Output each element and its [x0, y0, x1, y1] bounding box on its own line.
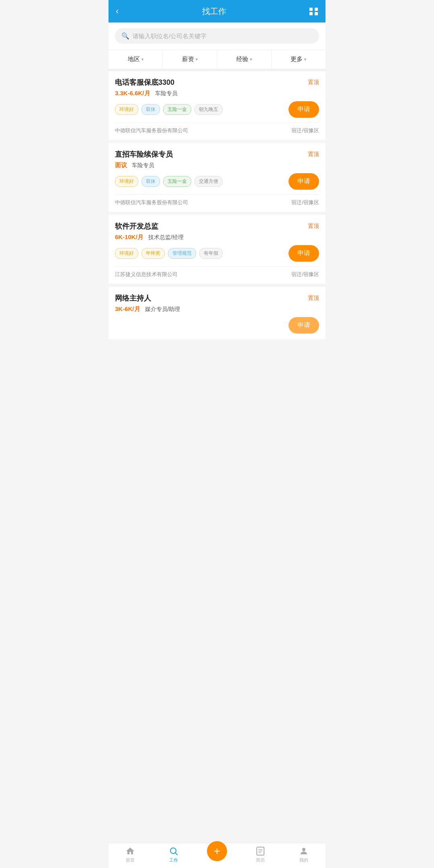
job-tag: 管理规范 — [168, 248, 196, 259]
job-type: 技术总监/经理 — [148, 234, 184, 241]
job-footer: 中德联信汽车服务股份有限公司 宿迁/宿豫区 — [115, 123, 319, 134]
company-name: 江苏捷义信息技术有限公司 — [115, 271, 178, 278]
job-tag: 有年假 — [199, 248, 223, 259]
company-name: 中德联信汽车服务股份有限公司 — [115, 127, 188, 134]
job-tag: 朝九晚五 — [194, 104, 223, 115]
grid-button[interactable] — [309, 8, 318, 15]
job-card: 网络主持人 置顶 3K-6K/月 媒介专员/助理 申请 — [108, 287, 326, 339]
filter-arrow: ▾ — [196, 57, 198, 61]
job-type: 媒介专员/助理 — [145, 306, 180, 313]
job-title: 软件开发总监 — [115, 221, 158, 231]
page-title: 找工作 — [119, 6, 309, 17]
job-apply-row: 环境好年终奖管理规范有年假 申请 — [115, 245, 319, 262]
nav-item-简历[interactable]: 简历 — [248, 846, 272, 863]
job-location: 宿迁/宿豫区 — [291, 199, 319, 206]
job-card-header: 直招车险续保专员 置顶 — [115, 149, 319, 159]
header: ‹ 找工作 — [108, 0, 326, 23]
job-card-header: 软件开发总监 置顶 — [115, 221, 319, 231]
nav-label: 首页 — [126, 857, 135, 863]
nav-label: 简历 — [256, 857, 265, 863]
apply-button[interactable]: 申请 — [289, 101, 319, 118]
job-tag: 双休 — [141, 176, 160, 187]
job-salary: 3.3K-6.6K/月 — [115, 90, 150, 97]
nav-label: 工作 — [169, 857, 178, 863]
filter-label: 薪资 — [182, 55, 194, 63]
nav-item-我的[interactable]: 我的 — [292, 846, 316, 863]
job-apply-row: 环境好双休五险一金交通方便 申请 — [115, 173, 319, 190]
apply-button[interactable]: 申请 — [289, 317, 319, 334]
job-tag: 交通方便 — [194, 176, 223, 187]
job-tag: 环境好 — [115, 176, 138, 187]
pin-label: 置顶 — [308, 223, 319, 230]
job-tag: 五险一金 — [163, 104, 191, 115]
pin-label: 置顶 — [308, 151, 319, 158]
nav-add-button[interactable]: + — [205, 848, 229, 861]
back-button[interactable]: ‹ — [116, 6, 119, 16]
nav-item-工作[interactable]: 工作 — [162, 846, 186, 863]
job-title: 网络主持人 — [115, 293, 151, 303]
apply-button[interactable]: 申请 — [289, 173, 319, 190]
job-card: 电话客服保底3300 置顶 3.3K-6.6K/月 车险专员 环境好双休五险一金… — [108, 71, 326, 140]
job-type: 车险专员 — [132, 162, 154, 169]
job-list: 电话客服保底3300 置顶 3.3K-6.6K/月 车险专员 环境好双休五险一金… — [108, 71, 326, 371]
filter-arrow: ▾ — [141, 57, 143, 61]
search-nav-icon — [169, 846, 178, 856]
job-card: 软件开发总监 置顶 6K-10K/月 技术总监/经理 环境好年终奖管理规范有年假… — [108, 215, 326, 284]
job-salary: 3K-6K/月 — [115, 305, 140, 313]
filter-地区[interactable]: 地区▾ — [108, 50, 163, 69]
job-apply-row: 环境好双休五险一金朝九晚五 申请 — [115, 101, 319, 118]
filter-arrow: ▾ — [250, 57, 252, 61]
filter-薪资[interactable]: 薪资▾ — [163, 50, 217, 69]
svg-point-6 — [302, 848, 305, 851]
job-meta: 面议 车险专员 — [115, 162, 319, 169]
job-card: 直招车险续保专员 置顶 面议 车险专员 环境好双休五险一金交通方便 申请 中德联… — [108, 143, 326, 212]
svg-point-0 — [170, 848, 176, 854]
nav-label: 我的 — [299, 857, 308, 863]
job-tags: 环境好年终奖管理规范有年假 — [115, 248, 223, 259]
filter-label: 更多 — [291, 55, 303, 63]
job-meta: 6K-10K/月 技术总监/经理 — [115, 233, 319, 241]
filter-更多[interactable]: 更多▾ — [272, 50, 326, 69]
job-meta: 3.3K-6.6K/月 车险专员 — [115, 90, 319, 97]
svg-line-1 — [176, 853, 178, 856]
job-title: 直招车险续保专员 — [115, 149, 173, 159]
job-footer: 江苏捷义信息技术有限公司 宿迁/宿豫区 — [115, 266, 319, 278]
search-icon: 🔍 — [121, 32, 129, 40]
resume-icon — [256, 846, 265, 856]
nav-item-首页[interactable]: 首页 — [118, 846, 142, 863]
job-card-header: 网络主持人 置顶 — [115, 293, 319, 303]
search-bar: 🔍 — [115, 28, 319, 44]
search-input[interactable] — [133, 33, 313, 39]
job-card-header: 电话客服保底3300 置顶 — [115, 78, 319, 87]
job-location: 宿迁/宿豫区 — [291, 127, 319, 134]
filter-row: 地区▾薪资▾经验▾更多▾ — [108, 49, 326, 71]
job-location: 宿迁/宿豫区 — [291, 271, 319, 278]
job-tag: 环境好 — [115, 104, 138, 115]
add-icon[interactable]: + — [207, 841, 227, 861]
home-icon — [125, 846, 135, 856]
filter-经验[interactable]: 经验▾ — [217, 50, 272, 69]
filter-arrow: ▾ — [304, 57, 306, 61]
job-salary: 6K-10K/月 — [115, 233, 143, 241]
job-tags: 环境好双休五险一金交通方便 — [115, 176, 223, 187]
job-title: 电话客服保底3300 — [115, 78, 174, 87]
job-meta: 3K-6K/月 媒介专员/助理 — [115, 305, 319, 313]
job-salary: 面议 — [115, 162, 127, 169]
filter-label: 地区 — [128, 55, 140, 63]
job-tag: 年终奖 — [141, 248, 165, 259]
job-tag: 五险一金 — [163, 176, 191, 187]
filter-label: 经验 — [236, 55, 248, 63]
apply-button[interactable]: 申请 — [289, 245, 319, 262]
company-name: 中德联信汽车服务股份有限公司 — [115, 199, 188, 206]
job-type: 车险专员 — [155, 90, 178, 97]
job-tags: 环境好双休五险一金朝九晚五 — [115, 104, 223, 115]
pin-label: 置顶 — [308, 79, 319, 86]
search-bar-wrap: 🔍 — [108, 23, 326, 49]
job-apply-row: 申请 — [115, 317, 319, 334]
job-footer: 中德联信汽车服务股份有限公司 宿迁/宿豫区 — [115, 194, 319, 206]
job-tag: 环境好 — [115, 248, 138, 259]
profile-icon — [299, 846, 309, 856]
job-tag: 双休 — [141, 104, 160, 115]
bottom-nav: 首页 工作 + 简历 我的 — [108, 843, 326, 868]
pin-label: 置顶 — [308, 295, 319, 302]
